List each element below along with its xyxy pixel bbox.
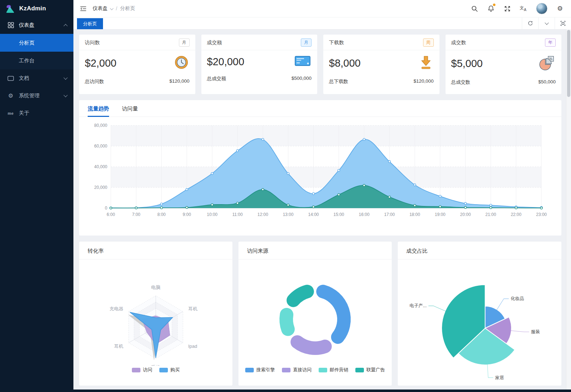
legend-swatch — [245, 368, 254, 372]
topbar: 仪表盘 / 分析页 文A ⚙ — [73, 0, 571, 17]
tabs-controls — [522, 17, 571, 29]
breadcrumb-analysis[interactable]: 分析页 — [120, 5, 135, 12]
svg-text:服装: 服装 — [531, 329, 540, 334]
stat-footer-value: $120,000 — [413, 78, 433, 85]
period-badge[interactable]: 周 — [423, 38, 434, 47]
legend-item[interactable]: 邮件营销 — [319, 367, 348, 373]
stat-card-footer: 总成交数$50,000 — [446, 72, 562, 86]
donut-legend: 搜索引擎直接访问邮件营销联盟广告 — [238, 367, 392, 373]
breadcrumb-dashboard[interactable]: 仪表盘 — [93, 5, 108, 12]
stat-card-value: $2,000 — [85, 57, 117, 69]
chevron-down-icon — [63, 93, 67, 97]
sidebar-item-analysis[interactable]: 分析页 — [0, 34, 73, 52]
stat-card-title: 访问数 — [85, 40, 100, 46]
search-icon[interactable] — [470, 5, 478, 12]
radar-legend: 访问购买 — [79, 367, 232, 373]
legend-label: 搜索引擎 — [256, 367, 275, 373]
sidebar-item-label: 工作台 — [19, 57, 35, 64]
sidebar-item-label: 关于 — [19, 110, 67, 117]
sidebar-item-about[interactable]: me 关于 — [0, 104, 73, 122]
svg-text:19:00: 19:00 — [434, 212, 445, 217]
logo[interactable]: KzAdmin — [0, 0, 73, 16]
translate-icon[interactable]: 文A — [520, 5, 528, 12]
legend-swatch — [355, 368, 364, 372]
svg-text:16:00: 16:00 — [359, 212, 369, 217]
scrollbar-thumb[interactable] — [567, 30, 570, 97]
sidebar-item-system[interactable]: ⚙ 系统管理 — [0, 87, 73, 104]
svg-text:13:00: 13:00 — [283, 212, 293, 217]
legend-label: 联盟广告 — [366, 367, 385, 373]
bottom-panels-row: 转化率 电脑耳机Ipad手机耳机充电器 访问购买 访问来源 搜索引擎直接访问邮件… — [79, 242, 561, 386]
svg-text:15:00: 15:00 — [333, 212, 344, 217]
gear-icon: ⚙ — [7, 92, 14, 99]
fullscreen-icon[interactable] — [503, 5, 511, 12]
page-tabs-bar: 分析页 — [73, 17, 571, 30]
scrollbar[interactable] — [566, 29, 571, 390]
stat-footer-value: $50,000 — [538, 79, 556, 86]
clock-icon — [174, 55, 189, 71]
collapse-sidebar-icon[interactable] — [79, 5, 87, 12]
legend-item[interactable]: 联盟广告 — [355, 367, 385, 373]
stat-footer-label: 总访问数 — [85, 78, 104, 85]
stat-card-body: $20,000 — [201, 50, 318, 68]
stat-card-title: 成交额 — [207, 40, 222, 46]
stat-footer-label: 总成交额 — [207, 76, 226, 82]
stat-card-body: $2,000 — [79, 50, 195, 71]
period-badge[interactable]: 月 — [179, 38, 190, 47]
svg-text:8:00: 8:00 — [157, 212, 166, 217]
svg-text:电子产...: 电子产... — [410, 303, 427, 308]
refresh-icon[interactable] — [522, 17, 538, 29]
sidebar-item-label: 系统管理 — [19, 92, 64, 99]
sidebar-item-docs[interactable]: 文档 — [0, 69, 73, 87]
svg-text:20:00: 20:00 — [460, 212, 470, 217]
traffic-trend-chart: 020,00040,00060,00080,0006:007:008:009:0… — [82, 120, 559, 227]
svg-text:电脑: 电脑 — [151, 285, 160, 290]
svg-text:耳机: 耳机 — [188, 306, 197, 311]
breadcrumb-separator: / — [116, 6, 117, 11]
notification-dot — [493, 4, 495, 6]
logo-icon — [5, 4, 16, 14]
legend-item[interactable]: 访问 — [132, 367, 152, 373]
panel-title: 成交占比 — [398, 242, 561, 259]
legend-label: 邮件营销 — [330, 367, 348, 373]
legend-item[interactable]: 购买 — [159, 367, 180, 373]
stat-card-header: 访问数月 — [79, 35, 195, 50]
doc-window-icon — [7, 76, 14, 81]
footer-bar — [0, 390, 571, 392]
conversion-rate-card: 转化率 电脑耳机Ipad手机耳机充电器 访问购买 — [79, 242, 232, 386]
avatar[interactable] — [536, 3, 547, 14]
deal-share-card: 成交占比 化妆品服装家居电子产... — [398, 242, 561, 386]
stat-footer-value: $120,000 — [169, 78, 189, 85]
tab-traffic-trend[interactable]: 流量趋势 — [88, 105, 109, 117]
period-badge[interactable]: 月 — [301, 38, 312, 47]
settings-gear-icon[interactable]: ⚙ — [556, 5, 564, 12]
tab-analysis[interactable]: 分析页 — [77, 18, 103, 29]
svg-text:11:00: 11:00 — [232, 212, 242, 217]
content: 访问数月$2,000总访问数$120,000成交额月$20,000总成交额$50… — [73, 29, 566, 390]
stat-footer-value: $500,000 — [292, 76, 312, 82]
legend-item[interactable]: 直接访问 — [282, 367, 312, 373]
svg-text:10:00: 10:00 — [207, 212, 217, 217]
sidebar-item-dashboard[interactable]: 仪表盘 — [0, 16, 73, 34]
legend-item[interactable]: 搜索引擎 — [245, 367, 275, 373]
stat-card: 成交数年$5,000%总成交数$50,000 — [446, 35, 562, 94]
trend-tabs: 流量趋势 访问量 — [79, 100, 561, 117]
tabs-chevron-down-icon[interactable] — [538, 17, 555, 29]
svg-text:9:00: 9:00 — [182, 212, 191, 217]
period-badge[interactable]: 年 — [545, 38, 556, 47]
stat-card-value: $8,000 — [329, 57, 361, 69]
stat-cards-row: 访问数月$2,000总访问数$120,000成交额月$20,000总成交额$50… — [79, 35, 561, 94]
sidebar-item-workbench[interactable]: 工作台 — [0, 52, 73, 69]
breadcrumb: 仪表盘 / 分析页 — [93, 5, 135, 12]
pie-percent-icon: % — [539, 55, 555, 72]
maximize-icon[interactable] — [555, 17, 571, 29]
tab-visit-volume[interactable]: 访问量 — [122, 105, 138, 117]
notification-bell-icon[interactable] — [487, 5, 495, 12]
svg-text:22:00: 22:00 — [510, 212, 521, 217]
trend-card: 流量趋势 访问量 020,00040,00060,00080,0006:007:… — [79, 100, 561, 236]
legend-swatch — [282, 368, 290, 372]
svg-text:40,000: 40,000 — [94, 164, 107, 169]
svg-text:化妆品: 化妆品 — [511, 296, 524, 301]
stat-card-value: $20,000 — [207, 56, 245, 68]
visit-sources-donut-chart — [238, 259, 392, 366]
